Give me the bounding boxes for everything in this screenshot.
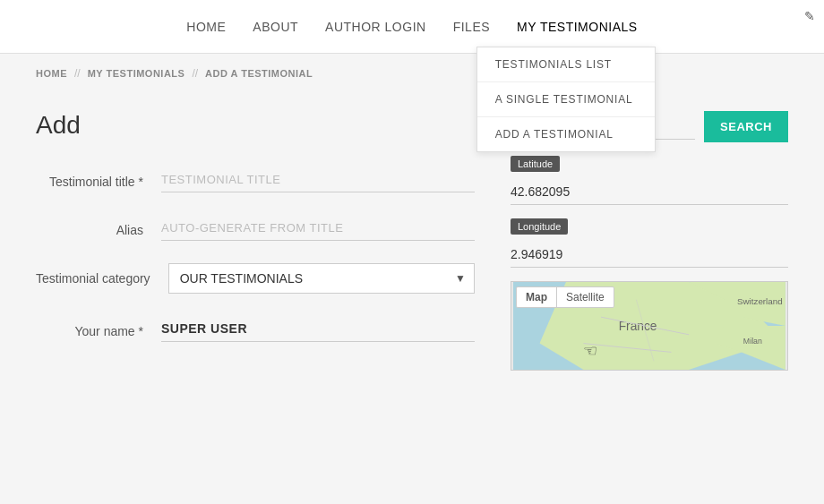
svg-text:Switzerland: Switzerland: [737, 296, 783, 306]
field-your-name: [161, 316, 475, 342]
map-container[interactable]: Map Satellite France Switzerland Milan: [511, 281, 788, 371]
latitude-label: Latitude: [511, 156, 560, 172]
label-category: Testimonial category: [36, 263, 150, 288]
map-tab-map[interactable]: Map: [517, 287, 556, 307]
map-toolbar: Map Satellite: [516, 286, 614, 308]
longitude-label: Longitude: [511, 218, 568, 235]
nav-home[interactable]: HOME: [186, 20, 226, 34]
main-nav: HOME ABOUT AUTHOR LOGIN FILES MY TESTIMO…: [186, 20, 637, 34]
dropdown-menu: TESTIMONIALS LIST A SINGLE TESTIMONIAL A…: [476, 47, 656, 152]
nav-my-testimonials[interactable]: MY TESTIMONIALS TESTIMONIALS LIST A SING…: [517, 20, 638, 34]
cursor-hand-icon: ☜: [583, 341, 597, 361]
nav-files[interactable]: FILES: [453, 20, 490, 34]
dropdown-testimonials-list[interactable]: TESTIMONIALS LIST: [477, 47, 655, 82]
nav-about[interactable]: ABOUT: [253, 20, 298, 34]
input-testimonial-title[interactable]: [161, 167, 475, 192]
latitude-section: Latitude 42.682095: [511, 156, 788, 205]
breadcrumb-separator-2: //: [192, 67, 198, 80]
input-alias[interactable]: [161, 215, 475, 241]
form-group-category: Testimonial category OUR TESTIMONIALS ▼: [36, 263, 475, 294]
field-testimonial-title: [161, 167, 475, 192]
label-your-name: Your name *: [36, 316, 143, 341]
header: ✎ HOME ABOUT AUTHOR LOGIN FILES MY TESTI…: [0, 0, 824, 54]
breadcrumb-current: ADD A TESTIMONIAL: [205, 68, 313, 79]
form-group-alias: Alias: [36, 215, 475, 241]
map-tab-satellite[interactable]: Satellite: [557, 287, 614, 307]
page-title: Add: [36, 111, 475, 140]
label-alias: Alias: [36, 215, 143, 240]
svg-text:Milan: Milan: [743, 337, 762, 346]
dropdown-single-testimonial[interactable]: A SINGLE TESTIMONIAL: [477, 82, 655, 117]
form-group-your-name: Your name *: [36, 316, 475, 342]
breadcrumb-my-testimonials[interactable]: MY TESTIMONIALS: [88, 68, 185, 79]
field-alias: [161, 215, 475, 241]
dropdown-add-testimonial[interactable]: ADD A TESTIMONIAL: [477, 117, 655, 151]
longitude-value: 2.946919: [511, 242, 788, 268]
breadcrumb: HOME // MY TESTIMONIALS // ADD A TESTIMO…: [0, 54, 824, 93]
left-panel: Add Testimonial title * Alias Testimonia…: [36, 111, 475, 371]
input-your-name[interactable]: [161, 316, 475, 342]
nav-author-login[interactable]: AUTHOR LOGIN: [325, 20, 426, 34]
search-button[interactable]: SEARCH: [704, 111, 788, 142]
longitude-section: Longitude 2.946919: [511, 218, 788, 268]
breadcrumb-home[interactable]: HOME: [36, 68, 67, 79]
edit-icon[interactable]: ✎: [804, 9, 815, 23]
form-group-title: Testimonial title *: [36, 167, 475, 192]
label-testimonial-title: Testimonial title *: [36, 167, 143, 192]
breadcrumb-separator-1: //: [74, 67, 81, 80]
main-content: Add Testimonial title * Alias Testimonia…: [0, 93, 824, 406]
select-category[interactable]: OUR TESTIMONIALS: [168, 263, 475, 294]
latitude-value: 42.682095: [511, 179, 788, 205]
field-category: OUR TESTIMONIALS ▼: [168, 263, 475, 294]
